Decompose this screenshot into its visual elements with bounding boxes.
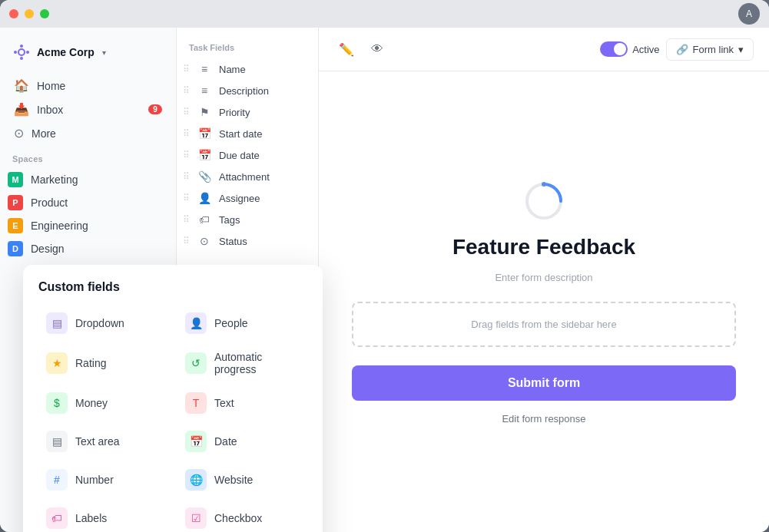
- workspace-selector[interactable]: Acme Corp ▾: [0, 37, 176, 74]
- custom-field-item[interactable]: ↺ Automatic progress: [177, 345, 307, 382]
- custom-field-label: People: [214, 317, 248, 329]
- custom-field-icon: ☑: [185, 507, 207, 529]
- drag-handle-icon: ⠿: [183, 193, 190, 203]
- form-link-button[interactable]: 🔗 Form link ▾: [666, 38, 754, 61]
- custom-field-item[interactable]: ★ Rating: [38, 345, 168, 382]
- edit-button[interactable]: ✏️: [334, 37, 359, 61]
- marketing-label: Marketing: [31, 173, 78, 186]
- field-priority[interactable]: ⠿ ⚑ Priority: [177, 101, 318, 123]
- drag-handle-icon: ⠿: [183, 64, 190, 74]
- sidebar-inbox-label: Inbox: [37, 104, 63, 116]
- field-tags[interactable]: ⠿ 🏷 Tags: [177, 209, 318, 230]
- field-description[interactable]: ⠿ ≡ Description: [177, 80, 318, 101]
- drag-drop-text: Drag fields from the sidebar here: [471, 319, 616, 330]
- close-button[interactable]: [9, 9, 18, 18]
- custom-field-item[interactable]: T Text: [177, 386, 307, 420]
- form-link-label: Form link: [693, 44, 734, 55]
- custom-field-icon: 🏷: [46, 507, 68, 529]
- avatar[interactable]: A: [738, 3, 760, 25]
- custom-field-label: Date: [214, 435, 237, 448]
- field-name[interactable]: ⠿ ≡ Name: [177, 58, 318, 80]
- inbox-badge: 9: [148, 104, 162, 114]
- custom-field-label: Money: [75, 397, 108, 409]
- more-icon: ⊙: [14, 126, 24, 140]
- custom-field-icon: 📅: [185, 431, 207, 452]
- form-card: Feature Feedback Enter form description …: [352, 180, 736, 425]
- form-description: Enter form description: [495, 272, 592, 283]
- submit-button[interactable]: Submit form: [352, 365, 736, 401]
- svg-point-2: [20, 57, 23, 60]
- preview-button[interactable]: 👁: [365, 37, 389, 61]
- svg-point-4: [26, 51, 29, 54]
- svg-point-6: [542, 182, 546, 187]
- spaces-list: M Marketing P Product E Engineering D De…: [0, 168, 176, 260]
- svg-point-0: [18, 49, 25, 55]
- custom-field-item[interactable]: 📅 Date: [177, 425, 307, 458]
- custom-field-icon: #: [46, 469, 68, 491]
- sidebar-item-product[interactable]: P Product: [0, 191, 176, 214]
- field-due-date-label: Due date: [219, 150, 260, 161]
- custom-fields-popup-title: Custom fields: [38, 280, 307, 294]
- drag-handle-icon: ⠿: [183, 214, 190, 225]
- drag-handle-icon: ⠿: [183, 128, 190, 139]
- custom-field-icon: ★: [46, 352, 68, 374]
- drag-handle-icon: ⠿: [183, 150, 190, 160]
- name-field-icon: ≡: [197, 63, 211, 75]
- form-link-chevron-icon: ▾: [738, 44, 744, 55]
- custom-field-icon: T: [185, 392, 207, 414]
- custom-field-label: Number: [75, 474, 114, 486]
- custom-field-icon: $: [46, 392, 68, 414]
- marketing-icon: M: [8, 172, 23, 187]
- sidebar-item-inbox[interactable]: 📥 Inbox 9: [6, 97, 170, 121]
- titlebar: A: [0, 0, 769, 28]
- custom-field-label: Labels: [75, 512, 107, 524]
- workspace-icon: [12, 43, 31, 61]
- custom-field-label: Website: [214, 474, 253, 486]
- minimize-button[interactable]: [25, 9, 34, 18]
- form-link-icon: 🔗: [676, 44, 688, 55]
- custom-field-icon: 👤: [185, 312, 207, 334]
- edit-form-response[interactable]: Edit form response: [502, 413, 585, 425]
- sidebar-item-marketing[interactable]: M Marketing: [0, 168, 176, 191]
- custom-field-label: Automatic progress: [214, 351, 300, 375]
- custom-field-item[interactable]: ▤ Dropdown: [38, 306, 168, 340]
- custom-field-item[interactable]: 🌐 Website: [177, 463, 307, 497]
- field-name-label: Name: [219, 64, 246, 75]
- custom-field-label: Text: [214, 397, 234, 409]
- field-start-date[interactable]: ⠿ 📅 Start date: [177, 123, 318, 144]
- field-start-date-label: Start date: [219, 128, 262, 140]
- sidebar-home-label: Home: [37, 80, 65, 92]
- custom-field-item[interactable]: 👤 People: [177, 306, 307, 340]
- sidebar-item-more[interactable]: ⊙ More: [6, 121, 170, 145]
- maximize-button[interactable]: [40, 9, 49, 18]
- custom-field-item[interactable]: # Number: [38, 463, 168, 497]
- custom-field-label: Dropdown: [75, 317, 124, 329]
- svg-point-3: [14, 51, 17, 54]
- custom-field-item[interactable]: $ Money: [38, 386, 168, 420]
- field-attachment[interactable]: ⠿ 📎 Attachment: [177, 166, 318, 187]
- field-due-date[interactable]: ⠿ 📅 Due date: [177, 144, 318, 166]
- form-area: Feature Feedback Enter form description …: [319, 71, 769, 532]
- due-date-field-icon: 📅: [197, 149, 211, 161]
- task-fields-label: Task Fields: [177, 40, 318, 58]
- active-toggle[interactable]: [600, 41, 628, 57]
- custom-field-icon: 🌐: [185, 469, 207, 491]
- sidebar-item-home[interactable]: 🏠 Home: [6, 74, 170, 97]
- custom-field-item[interactable]: ▤ Text area: [38, 425, 168, 458]
- assignee-field-icon: 👤: [197, 192, 211, 204]
- drag-handle-icon: ⠿: [183, 107, 190, 117]
- field-assignee[interactable]: ⠿ 👤 Assignee: [177, 187, 318, 209]
- spinner-icon: [522, 180, 565, 223]
- custom-field-item[interactable]: 🏷 Labels: [38, 501, 168, 532]
- custom-field-label: Rating: [75, 357, 106, 369]
- inbox-icon: 📥: [14, 102, 29, 117]
- field-status[interactable]: ⠿ ⊙ Status: [177, 230, 318, 252]
- custom-field-item[interactable]: ☑ Checkbox: [177, 501, 307, 532]
- sidebar-item-engineering[interactable]: E Engineering: [0, 214, 176, 237]
- sidebar-item-design[interactable]: D Design: [0, 237, 176, 260]
- workspace-name: Acme Corp: [37, 46, 94, 58]
- field-tags-label: Tags: [219, 214, 240, 226]
- drag-drop-zone[interactable]: Drag fields from the sidebar here: [352, 302, 736, 347]
- custom-field-label: Checkbox: [214, 512, 262, 524]
- drag-handle-icon: ⠿: [183, 85, 190, 96]
